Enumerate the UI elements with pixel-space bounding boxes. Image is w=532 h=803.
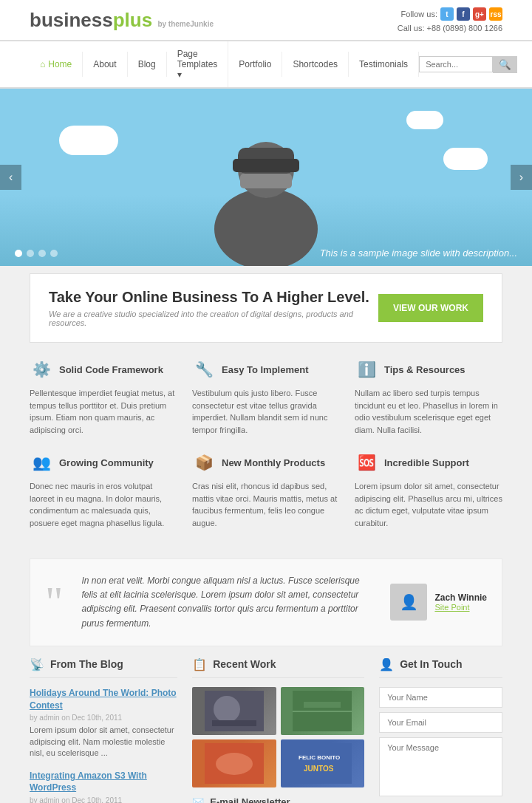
search-box: 🔍	[419, 56, 517, 73]
rss-blog-icon: 📡	[30, 657, 44, 672]
feature-incredible-support: 🆘 Incredible Support Lorem ipsum dolor s…	[355, 451, 502, 529]
svg-point-6	[214, 696, 240, 722]
contact-form: Send Email	[379, 687, 502, 803]
work-grid: FELIC BONITO JUNTOS	[192, 687, 364, 787]
feature-incredible-support-header: 🆘 Incredible Support	[355, 451, 502, 474]
svg-point-0	[214, 188, 318, 266]
features-section: ⚙️ Solid Code Framework Pellentesque imp…	[30, 350, 502, 551]
rss-icon[interactable]: rss	[489, 7, 502, 21]
blog-post-1: Holidays Around The World: Photo Contest…	[30, 687, 177, 759]
follow-label: Follow us:	[400, 10, 437, 18]
feature-monthly-products-header: 📦 New Monthly Products	[192, 451, 340, 474]
dot-1[interactable]	[15, 250, 22, 257]
svg-text:JUNTOS: JUNTOS	[304, 765, 334, 773]
contact-name-input[interactable]	[379, 687, 502, 708]
package-icon: 📦	[192, 451, 216, 474]
blog-post-1-excerpt: Lorem ipsum dolor sit amet, consectetur …	[30, 725, 177, 759]
testimonial-section: " In non erat velit. Morbi congue aliqua…	[30, 558, 502, 646]
logo-by: by themeJunkie	[157, 20, 214, 28]
feature-incredible-support-title: Incredible Support	[384, 457, 469, 468]
feature-solid-code-header: ⚙️ Solid Code Framework	[30, 358, 177, 381]
author-info: Zach Winnie Site Point	[434, 592, 487, 612]
logo-business: business	[30, 9, 113, 31]
cta-heading: Take Your Online Business To A Higher Le…	[49, 289, 378, 306]
feature-incredible-support-body: Lorem ipsum dolor sit amet, consectetur …	[355, 480, 502, 529]
nav-item-about[interactable]: About	[83, 52, 127, 77]
blog-post-2-meta: by admin on Dec 10th, 2011	[30, 796, 177, 803]
phone-number: +88 (0898) 800 1266	[427, 24, 502, 33]
svg-rect-10	[304, 702, 341, 708]
email-icon: ✉️	[192, 796, 204, 803]
gear-icon: ⚙️	[30, 358, 53, 381]
contact-icon: 👤	[379, 657, 394, 672]
work-column: 📋 Recent Work	[192, 657, 364, 803]
feature-solid-code-title: Solid Code Framework	[59, 364, 163, 375]
slider-caption: This is a sample image slide with descri…	[320, 247, 517, 259]
social-icons: Follow us: t f g+ rss	[398, 7, 502, 21]
contact-column: 👤 Get In Touch Send Email	[379, 657, 502, 803]
cta-banner: Take Your Online Business To A Higher Le…	[30, 273, 502, 343]
feature-tips-resources-title: Tips & Resources	[384, 364, 466, 375]
nav-item-page-templates[interactable]: Page Templates ▾	[167, 41, 229, 87]
work-image-1	[205, 691, 264, 731]
testimonial-text: In non erat velit. Morbi congue aliquam …	[82, 574, 376, 631]
search-input[interactable]	[419, 56, 493, 72]
feature-growing-community-header: 👥 Growing Community	[30, 451, 177, 474]
feature-growing-community-body: Donec nec mauris in eros volutpat laoree…	[30, 480, 177, 529]
cloud-2	[443, 148, 488, 170]
feature-monthly-products-title: New Monthly Products	[222, 457, 325, 468]
contact-section-title: 👤 Get In Touch	[379, 657, 502, 678]
blog-post-2: Integrating Amazon S3 With WordPress by …	[30, 770, 177, 803]
slider-image	[0, 89, 532, 266]
community-icon: 👥	[30, 451, 53, 474]
feature-tips-resources: ℹ️ Tips & Resources Nullam ac libero sed…	[355, 358, 502, 436]
bottom-section: 📡 From The Blog Holidays Around The Worl…	[30, 657, 502, 803]
svg-rect-13	[293, 743, 352, 784]
feature-easy-implement-title: Easy To Implement	[222, 364, 309, 375]
support-icon: 🆘	[355, 451, 378, 474]
work-thumb-3[interactable]	[192, 739, 276, 787]
feature-monthly-products: 📦 New Monthly Products Cras nisi elit, r…	[192, 451, 340, 529]
facebook-icon[interactable]: f	[457, 7, 470, 21]
contact-email-input[interactable]	[379, 712, 502, 733]
blog-column: 📡 From The Blog Holidays Around The Worl…	[30, 657, 177, 803]
features-row-2: 👥 Growing Community Donec nec mauris in …	[30, 451, 502, 529]
cloud-3	[406, 111, 443, 129]
author-site[interactable]: Site Point	[434, 603, 487, 612]
dot-2[interactable]	[27, 250, 34, 257]
feature-solid-code-body: Pellentesque imperdiet feugiat metus, at…	[30, 387, 177, 436]
dot-4[interactable]	[50, 250, 58, 257]
nav-item-blog[interactable]: Blog	[128, 52, 167, 77]
blog-post-1-title[interactable]: Holidays Around The World: Photo Contest	[30, 687, 177, 712]
work-section-title: 📋 Recent Work	[192, 657, 364, 678]
navigation: ⌂ Home About Blog Page Templates ▾ Portf…	[0, 41, 532, 89]
work-thumb-4[interactable]: FELIC BONITO JUNTOS	[281, 739, 364, 787]
author-name: Zach Winnie	[434, 592, 487, 603]
nav-item-portfolio[interactable]: Portfolio	[228, 52, 282, 77]
feature-monthly-products-body: Cras nisi elit, rhoncus id dapibus sed, …	[192, 480, 340, 529]
dot-3[interactable]	[38, 250, 46, 257]
blog-post-1-meta: by admin on Dec 10th, 2011	[30, 714, 177, 722]
search-button[interactable]: 🔍	[493, 56, 517, 73]
nav-item-home[interactable]: ⌂ Home	[30, 52, 83, 77]
contact-message-input[interactable]	[379, 737, 502, 796]
work-thumb-2[interactable]	[281, 687, 364, 735]
feature-tips-resources-header: ℹ️ Tips & Resources	[355, 358, 502, 381]
feature-easy-implement-body: Vestibulum quis justo libero. Fusce cons…	[192, 387, 340, 436]
nav-item-testimonials[interactable]: Testimonials	[349, 52, 419, 77]
twitter-icon[interactable]: t	[440, 7, 454, 21]
hero-slider: ‹ › This is a sample image slide with de…	[0, 89, 532, 266]
slider-next-button[interactable]: ›	[511, 165, 532, 190]
svg-rect-4	[240, 174, 292, 188]
author-avatar: 👤	[390, 584, 427, 621]
svg-rect-7	[212, 720, 256, 726]
svg-point-12	[216, 753, 253, 775]
cta-button[interactable]: VIEW OUR WORK	[378, 294, 483, 322]
slider-prev-button[interactable]: ‹	[0, 165, 21, 190]
feature-growing-community: 👥 Growing Community Donec nec mauris in …	[30, 451, 177, 529]
blog-post-2-title[interactable]: Integrating Amazon S3 With WordPress	[30, 770, 177, 795]
nav-item-shortcodes[interactable]: Shortcodes	[282, 52, 349, 77]
feature-growing-community-title: Growing Community	[59, 457, 154, 468]
gplus-icon[interactable]: g+	[473, 7, 486, 21]
work-thumb-1[interactable]	[192, 687, 276, 735]
